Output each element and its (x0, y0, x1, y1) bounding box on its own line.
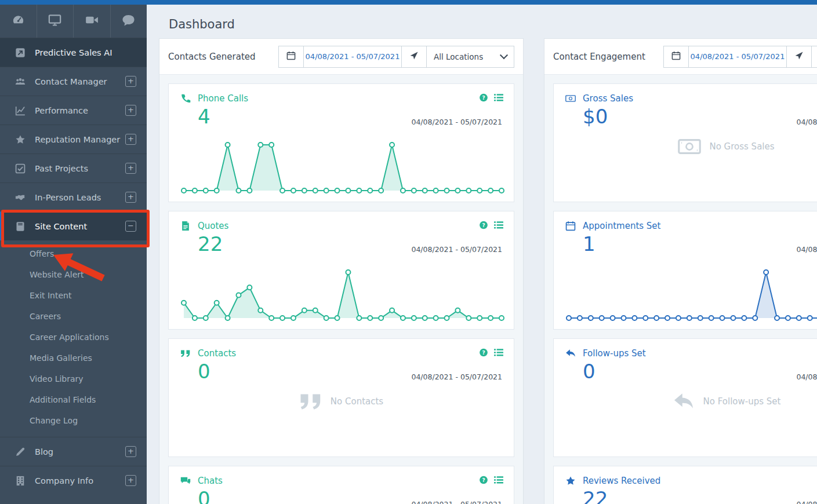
panel-body: Gross Sales?$004/08/2021 - 05/07/2021No … (544, 75, 817, 504)
sidebar-item-label: Blog (35, 447, 53, 456)
location-select[interactable]: All Locations (426, 46, 514, 68)
sidebar-item-contact-manager[interactable]: Contact Manager+ (0, 67, 147, 96)
card-value: 0 (583, 360, 817, 383)
date-range-calendar-button[interactable] (278, 46, 304, 68)
sidebar-item-label: Performance (35, 106, 88, 115)
sidebar-tab-gauge[interactable] (0, 5, 37, 38)
panel-contacts-generated: Contacts Generated04/08/2021 - 05/07/202… (159, 38, 524, 504)
sidebar-item-reputation-manager[interactable]: Reputation Manager+ (0, 125, 147, 154)
empty-state-text: No Follow-ups Set (703, 396, 781, 407)
card-gross-sales: Gross Sales?$004/08/2021 - 05/07/2021No … (553, 83, 817, 202)
quote-icon (180, 348, 191, 359)
sidebar-tab-bubble[interactable] (111, 5, 147, 38)
chart-icon (15, 105, 27, 116)
list-icon[interactable] (494, 476, 503, 484)
sidebar: Predictive Sales AIContact Manager+Perfo… (0, 5, 147, 504)
date-range-calendar-button[interactable] (663, 46, 689, 68)
location-button[interactable] (401, 46, 427, 68)
svg-text:?: ? (482, 477, 485, 483)
sidebar-item-in-person-leads[interactable]: In-Person Leads+ (0, 182, 147, 211)
expander-plus-icon[interactable]: + (125, 76, 136, 87)
expander-plus-icon[interactable]: + (125, 163, 136, 174)
card-follow-ups-set: Follow-ups Set?004/08/2021 - 05/07/2021N… (553, 338, 817, 457)
card-header: Chats (180, 476, 502, 486)
card-appointments-set: Appointments Set?104/08/2021 - 05/07/202… (553, 211, 817, 330)
quote-icon (299, 392, 322, 411)
card-value: $0 (583, 105, 817, 128)
location-button[interactable] (786, 46, 812, 68)
help-icon[interactable]: ? (479, 476, 488, 484)
sidebar-item-label: Contact Manager (35, 77, 107, 86)
expander-plus-icon[interactable]: + (125, 446, 136, 457)
date-range-input[interactable]: 04/08/2021 - 05/07/2021 (688, 46, 787, 68)
chats-icon (180, 476, 191, 486)
sidebar-item-blog[interactable]: Blog+ (0, 437, 147, 466)
card-date-range: 04/08/2021 - 05/07/2021 (411, 245, 502, 254)
help-icon[interactable]: ? (479, 93, 488, 102)
sidebar-menu: Predictive Sales AIContact Manager+Perfo… (0, 38, 147, 495)
card-date-range: 04/08/2021 - 05/07/2021 (411, 118, 502, 126)
svg-text:?: ? (482, 222, 485, 228)
help-icon[interactable]: ? (479, 348, 488, 357)
sidebar-item-company-info[interactable]: Company Info+ (0, 466, 147, 495)
panel-controls: 04/08/2021 - 05/07/2021All Locations (663, 46, 817, 68)
card-date-range: 04/08/2021 - 05/07/2021 (796, 372, 817, 381)
location-select[interactable]: All Locations (811, 46, 817, 68)
list-icon[interactable] (494, 93, 503, 102)
panel-title: Contacts Generated (168, 52, 256, 62)
sidebar-tab-monitor[interactable] (37, 5, 74, 38)
sidebar-subitem-career-applications[interactable]: Career Applications (0, 327, 147, 348)
location-select-value: All Locations (434, 52, 483, 61)
expander-minus-icon[interactable]: − (125, 221, 136, 232)
card-header: Contacts (180, 348, 502, 359)
card-phone-calls: Phone Calls?404/08/2021 - 05/07/2021 (168, 83, 514, 202)
sidebar-item-site-content[interactable]: Site Content− (0, 211, 147, 240)
card-header: Gross Sales (565, 93, 817, 104)
card-corner-actions: ? (479, 221, 503, 229)
sidebar-subitem-exit-intent[interactable]: Exit Intent (0, 285, 147, 306)
empty-state-text: No Contacts (331, 396, 383, 407)
calendar-icon (286, 51, 296, 63)
reply-icon (672, 392, 695, 411)
money-icon (678, 137, 701, 156)
expander-plus-icon[interactable]: + (125, 105, 136, 116)
sidebar-subitem-media-galleries[interactable]: Media Galleries (0, 348, 147, 368)
star-icon (565, 476, 576, 486)
card-header: Appointments Set (565, 221, 817, 231)
sidebar-subitem-additional-fields[interactable]: Additional Fields (0, 389, 147, 410)
dashboard-columns: Contacts Generated04/08/2021 - 05/07/202… (159, 38, 817, 504)
card-title: Quotes (198, 221, 228, 231)
expander-plus-icon[interactable]: + (125, 192, 136, 203)
sidebar-item-past-projects[interactable]: Past Projects+ (0, 154, 147, 182)
date-range-input[interactable]: 04/08/2021 - 05/07/2021 (303, 46, 402, 68)
sidebar-item-label: In-Person Leads (35, 193, 101, 202)
expander-plus-icon[interactable]: + (125, 134, 136, 145)
card-header: Follow-ups Set (565, 348, 817, 359)
sidebar-tab-camera[interactable] (74, 5, 111, 38)
handshake-icon (15, 192, 27, 203)
card-title: Gross Sales (583, 93, 633, 104)
card-header: Phone Calls (180, 93, 502, 104)
sidebar-subitem-change-log[interactable]: Change Log (0, 410, 147, 431)
check-square-icon (15, 163, 27, 174)
card-title: Phone Calls (198, 93, 248, 104)
calendar-icon (671, 51, 681, 63)
sidebar-item-performance[interactable]: Performance+ (0, 96, 147, 125)
list-icon[interactable] (494, 348, 503, 357)
sidebar-icon-tabs (0, 5, 147, 38)
sidebar-item-label: Past Projects (35, 164, 88, 173)
phone-icon (180, 93, 191, 104)
sidebar-subitem-video-library[interactable]: Video Library (0, 368, 147, 389)
help-icon[interactable]: ? (479, 221, 488, 229)
expander-plus-icon[interactable]: + (125, 475, 136, 486)
sidebar-subitem-offers[interactable]: Offers (0, 243, 147, 264)
list-icon[interactable] (494, 221, 503, 229)
card-date-range: 04/08/2021 - 05/07/2021 (411, 500, 502, 504)
sidebar-subitem-website-alert[interactable]: Website Alert (0, 264, 147, 285)
card-header: Reviews Received (565, 476, 817, 486)
sidebar-subitem-careers[interactable]: Careers (0, 306, 147, 327)
app-viewport: Predictive Sales AIContact Manager+Perfo… (0, 0, 817, 504)
sidebar-item-predictive-sales-ai[interactable]: Predictive Sales AI (0, 38, 147, 67)
chevron-down-icon (500, 51, 508, 59)
empty-state-text: No Gross Sales (709, 141, 774, 152)
